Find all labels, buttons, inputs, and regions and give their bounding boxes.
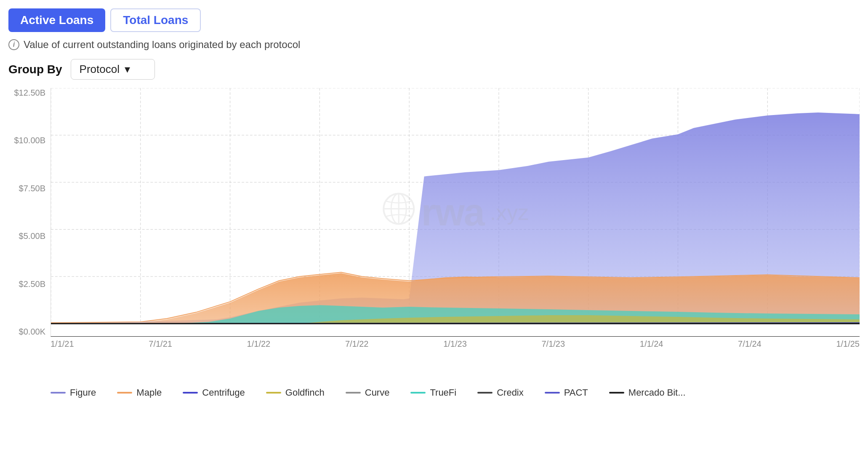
chart-area: $12.50B $10.00B $7.50B $5.00B $2.50B $0.… — [8, 88, 860, 349]
legend-item-figure: Figure — [51, 387, 96, 398]
x-label-0: 1/1/21 — [51, 339, 74, 349]
legend-item-truefi: TrueFi — [410, 387, 456, 398]
legend-item-centrifuge: Centrifuge — [183, 387, 245, 398]
active-loans-button[interactable]: Active Loans — [8, 8, 105, 32]
y-label-3: $5.00B — [19, 231, 45, 241]
legend-item-goldfinch: Goldfinch — [266, 387, 325, 398]
legend-item-mercado: Mercado Bit... — [609, 387, 686, 398]
y-label-0: $12.50B — [14, 88, 45, 98]
legend-color-goldfinch — [266, 392, 281, 394]
legend-label-curve: Curve — [365, 387, 390, 398]
legend-color-maple — [117, 392, 132, 394]
legend-label-centrifuge: Centrifuge — [202, 387, 245, 398]
subtitle-row: i Value of current outstanding loans ori… — [8, 39, 860, 51]
legend-color-figure — [51, 392, 66, 394]
x-label-8: 1/1/25 — [836, 339, 860, 349]
group-by-dropdown[interactable]: Protocol ▾ — [71, 59, 155, 80]
legend-color-mercado — [609, 392, 624, 394]
legend-color-centrifuge — [183, 392, 198, 394]
legend-label-truefi: TrueFi — [430, 387, 456, 398]
legend-label-mercado: Mercado Bit... — [628, 387, 686, 398]
legend-item-maple: Maple — [117, 387, 162, 398]
chevron-down-icon: ▾ — [125, 63, 130, 76]
chart-svg — [51, 88, 860, 336]
legend-label-credix: Credix — [497, 387, 524, 398]
legend-label-maple: Maple — [136, 387, 162, 398]
legend-color-credix — [477, 392, 493, 394]
legend-color-curve — [346, 392, 361, 394]
x-label-5: 7/1/23 — [541, 339, 565, 349]
x-label-1: 7/1/21 — [149, 339, 172, 349]
legend-color-truefi — [410, 392, 426, 394]
legend-label-figure: Figure — [70, 387, 96, 398]
legend-item-pact: PACT — [545, 387, 588, 398]
x-label-3: 7/1/22 — [345, 339, 369, 349]
group-by-label: Group By — [8, 63, 62, 76]
legend-label-pact: PACT — [564, 387, 588, 398]
subtitle-text: Value of current outstanding loans origi… — [24, 39, 300, 51]
dropdown-value: Protocol — [80, 63, 120, 76]
x-axis: 1/1/21 7/1/21 1/1/22 7/1/22 1/1/23 7/1/2… — [51, 337, 860, 349]
info-icon: i — [8, 39, 19, 50]
legend-item-curve: Curve — [346, 387, 390, 398]
legend-item-credix: Credix — [477, 387, 524, 398]
x-label-7: 7/1/24 — [738, 339, 761, 349]
x-label-4: 1/1/23 — [443, 339, 467, 349]
chart-inner: rwa .xyz — [51, 88, 860, 337]
y-label-1: $10.00B — [14, 136, 45, 145]
legend-label-goldfinch: Goldfinch — [285, 387, 325, 398]
y-label-2: $7.50B — [19, 184, 45, 193]
legend: Figure Maple Centrifuge Goldfinch Curve … — [8, 387, 860, 398]
group-by-row: Group By Protocol ▾ — [8, 59, 860, 80]
y-label-4: $2.50B — [19, 279, 45, 289]
y-label-5: $0.00K — [19, 327, 45, 337]
x-label-2: 1/1/22 — [247, 339, 271, 349]
chart-container: $12.50B $10.00B $7.50B $5.00B $2.50B $0.… — [8, 88, 860, 375]
legend-color-pact — [545, 392, 560, 394]
x-label-6: 1/1/24 — [640, 339, 663, 349]
y-axis: $12.50B $10.00B $7.50B $5.00B $2.50B $0.… — [8, 88, 51, 349]
total-loans-button[interactable]: Total Loans — [110, 8, 201, 32]
